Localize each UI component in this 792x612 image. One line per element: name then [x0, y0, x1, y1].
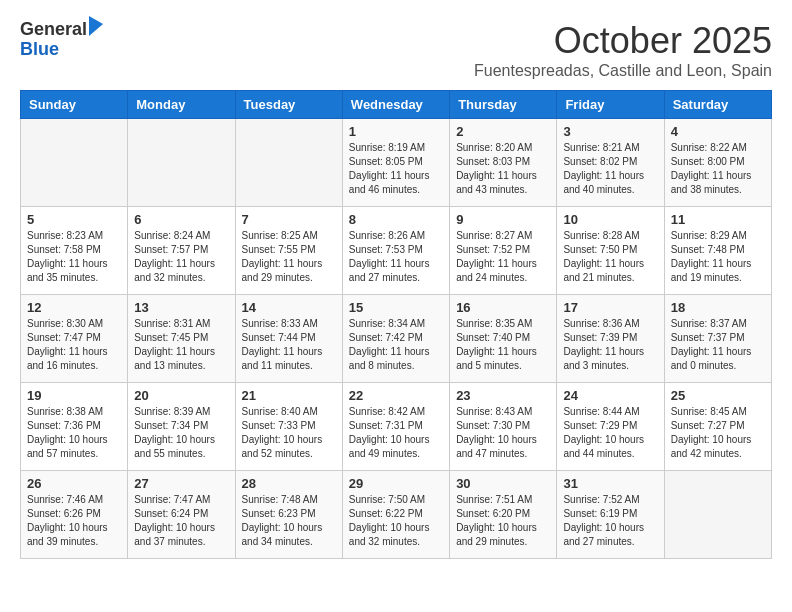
- day-number: 25: [671, 388, 765, 403]
- day-number: 8: [349, 212, 443, 227]
- day-number: 30: [456, 476, 550, 491]
- day-header-saturday: Saturday: [664, 91, 771, 119]
- calendar-cell: 10Sunrise: 8:28 AM Sunset: 7:50 PM Dayli…: [557, 207, 664, 295]
- day-number: 9: [456, 212, 550, 227]
- calendar-cell: 11Sunrise: 8:29 AM Sunset: 7:48 PM Dayli…: [664, 207, 771, 295]
- day-header-thursday: Thursday: [450, 91, 557, 119]
- logo-blue-text: Blue: [20, 40, 87, 60]
- day-number: 7: [242, 212, 336, 227]
- day-number: 18: [671, 300, 765, 315]
- day-number: 11: [671, 212, 765, 227]
- day-info: Sunrise: 7:48 AM Sunset: 6:23 PM Dayligh…: [242, 493, 336, 549]
- week-row-5: 26Sunrise: 7:46 AM Sunset: 6:26 PM Dayli…: [21, 471, 772, 559]
- day-info: Sunrise: 8:33 AM Sunset: 7:44 PM Dayligh…: [242, 317, 336, 373]
- calendar-header-row: SundayMondayTuesdayWednesdayThursdayFrid…: [21, 91, 772, 119]
- calendar-cell: 18Sunrise: 8:37 AM Sunset: 7:37 PM Dayli…: [664, 295, 771, 383]
- day-number: 15: [349, 300, 443, 315]
- week-row-4: 19Sunrise: 8:38 AM Sunset: 7:36 PM Dayli…: [21, 383, 772, 471]
- title-section: October 2025 Fuentespreadas, Castille an…: [474, 20, 772, 80]
- week-row-3: 12Sunrise: 8:30 AM Sunset: 7:47 PM Dayli…: [21, 295, 772, 383]
- day-number: 4: [671, 124, 765, 139]
- calendar-cell: 19Sunrise: 8:38 AM Sunset: 7:36 PM Dayli…: [21, 383, 128, 471]
- day-number: 3: [563, 124, 657, 139]
- day-number: 20: [134, 388, 228, 403]
- calendar-cell: 22Sunrise: 8:42 AM Sunset: 7:31 PM Dayli…: [342, 383, 449, 471]
- logo-general-text: General: [20, 20, 87, 40]
- calendar-cell: 4Sunrise: 8:22 AM Sunset: 8:00 PM Daylig…: [664, 119, 771, 207]
- day-number: 5: [27, 212, 121, 227]
- day-info: Sunrise: 8:29 AM Sunset: 7:48 PM Dayligh…: [671, 229, 765, 285]
- calendar-cell: 21Sunrise: 8:40 AM Sunset: 7:33 PM Dayli…: [235, 383, 342, 471]
- calendar-cell: 28Sunrise: 7:48 AM Sunset: 6:23 PM Dayli…: [235, 471, 342, 559]
- day-info: Sunrise: 7:50 AM Sunset: 6:22 PM Dayligh…: [349, 493, 443, 549]
- calendar-cell: 14Sunrise: 8:33 AM Sunset: 7:44 PM Dayli…: [235, 295, 342, 383]
- day-info: Sunrise: 8:37 AM Sunset: 7:37 PM Dayligh…: [671, 317, 765, 373]
- calendar-cell: 15Sunrise: 8:34 AM Sunset: 7:42 PM Dayli…: [342, 295, 449, 383]
- calendar-cell: 30Sunrise: 7:51 AM Sunset: 6:20 PM Dayli…: [450, 471, 557, 559]
- calendar-cell: [664, 471, 771, 559]
- calendar-cell: 29Sunrise: 7:50 AM Sunset: 6:22 PM Dayli…: [342, 471, 449, 559]
- calendar-cell: 26Sunrise: 7:46 AM Sunset: 6:26 PM Dayli…: [21, 471, 128, 559]
- calendar-cell: [21, 119, 128, 207]
- day-info: Sunrise: 8:22 AM Sunset: 8:00 PM Dayligh…: [671, 141, 765, 197]
- day-number: 29: [349, 476, 443, 491]
- day-info: Sunrise: 8:39 AM Sunset: 7:34 PM Dayligh…: [134, 405, 228, 461]
- day-info: Sunrise: 8:21 AM Sunset: 8:02 PM Dayligh…: [563, 141, 657, 197]
- day-info: Sunrise: 8:23 AM Sunset: 7:58 PM Dayligh…: [27, 229, 121, 285]
- logo: General Blue: [20, 20, 103, 60]
- logo-icon: [89, 16, 103, 36]
- day-info: Sunrise: 8:36 AM Sunset: 7:39 PM Dayligh…: [563, 317, 657, 373]
- day-info: Sunrise: 8:30 AM Sunset: 7:47 PM Dayligh…: [27, 317, 121, 373]
- day-header-wednesday: Wednesday: [342, 91, 449, 119]
- calendar-cell: 5Sunrise: 8:23 AM Sunset: 7:58 PM Daylig…: [21, 207, 128, 295]
- calendar-cell: 16Sunrise: 8:35 AM Sunset: 7:40 PM Dayli…: [450, 295, 557, 383]
- day-info: Sunrise: 8:34 AM Sunset: 7:42 PM Dayligh…: [349, 317, 443, 373]
- day-info: Sunrise: 7:52 AM Sunset: 6:19 PM Dayligh…: [563, 493, 657, 549]
- day-header-sunday: Sunday: [21, 91, 128, 119]
- day-header-friday: Friday: [557, 91, 664, 119]
- day-number: 21: [242, 388, 336, 403]
- day-info: Sunrise: 8:44 AM Sunset: 7:29 PM Dayligh…: [563, 405, 657, 461]
- day-info: Sunrise: 7:51 AM Sunset: 6:20 PM Dayligh…: [456, 493, 550, 549]
- day-number: 13: [134, 300, 228, 315]
- week-row-1: 1Sunrise: 8:19 AM Sunset: 8:05 PM Daylig…: [21, 119, 772, 207]
- week-row-2: 5Sunrise: 8:23 AM Sunset: 7:58 PM Daylig…: [21, 207, 772, 295]
- calendar-cell: 25Sunrise: 8:45 AM Sunset: 7:27 PM Dayli…: [664, 383, 771, 471]
- day-number: 16: [456, 300, 550, 315]
- day-number: 17: [563, 300, 657, 315]
- day-number: 12: [27, 300, 121, 315]
- day-number: 28: [242, 476, 336, 491]
- calendar-cell: 3Sunrise: 8:21 AM Sunset: 8:02 PM Daylig…: [557, 119, 664, 207]
- day-info: Sunrise: 8:24 AM Sunset: 7:57 PM Dayligh…: [134, 229, 228, 285]
- calendar-cell: 17Sunrise: 8:36 AM Sunset: 7:39 PM Dayli…: [557, 295, 664, 383]
- calendar-cell: 6Sunrise: 8:24 AM Sunset: 7:57 PM Daylig…: [128, 207, 235, 295]
- calendar-cell: 7Sunrise: 8:25 AM Sunset: 7:55 PM Daylig…: [235, 207, 342, 295]
- svg-marker-0: [89, 16, 103, 36]
- calendar-cell: 12Sunrise: 8:30 AM Sunset: 7:47 PM Dayli…: [21, 295, 128, 383]
- day-info: Sunrise: 8:42 AM Sunset: 7:31 PM Dayligh…: [349, 405, 443, 461]
- day-info: Sunrise: 8:27 AM Sunset: 7:52 PM Dayligh…: [456, 229, 550, 285]
- calendar-cell: 31Sunrise: 7:52 AM Sunset: 6:19 PM Dayli…: [557, 471, 664, 559]
- day-number: 27: [134, 476, 228, 491]
- day-info: Sunrise: 8:28 AM Sunset: 7:50 PM Dayligh…: [563, 229, 657, 285]
- month-title: October 2025: [474, 20, 772, 62]
- day-number: 24: [563, 388, 657, 403]
- day-info: Sunrise: 8:35 AM Sunset: 7:40 PM Dayligh…: [456, 317, 550, 373]
- day-info: Sunrise: 8:31 AM Sunset: 7:45 PM Dayligh…: [134, 317, 228, 373]
- day-number: 1: [349, 124, 443, 139]
- day-number: 6: [134, 212, 228, 227]
- day-info: Sunrise: 8:40 AM Sunset: 7:33 PM Dayligh…: [242, 405, 336, 461]
- calendar-cell: 9Sunrise: 8:27 AM Sunset: 7:52 PM Daylig…: [450, 207, 557, 295]
- calendar-cell: 13Sunrise: 8:31 AM Sunset: 7:45 PM Dayli…: [128, 295, 235, 383]
- calendar-cell: 24Sunrise: 8:44 AM Sunset: 7:29 PM Dayli…: [557, 383, 664, 471]
- day-info: Sunrise: 7:47 AM Sunset: 6:24 PM Dayligh…: [134, 493, 228, 549]
- calendar-cell: 20Sunrise: 8:39 AM Sunset: 7:34 PM Dayli…: [128, 383, 235, 471]
- day-number: 26: [27, 476, 121, 491]
- day-number: 14: [242, 300, 336, 315]
- day-info: Sunrise: 8:43 AM Sunset: 7:30 PM Dayligh…: [456, 405, 550, 461]
- day-number: 19: [27, 388, 121, 403]
- day-number: 2: [456, 124, 550, 139]
- calendar-table: SundayMondayTuesdayWednesdayThursdayFrid…: [20, 90, 772, 559]
- day-info: Sunrise: 8:38 AM Sunset: 7:36 PM Dayligh…: [27, 405, 121, 461]
- calendar-cell: 2Sunrise: 8:20 AM Sunset: 8:03 PM Daylig…: [450, 119, 557, 207]
